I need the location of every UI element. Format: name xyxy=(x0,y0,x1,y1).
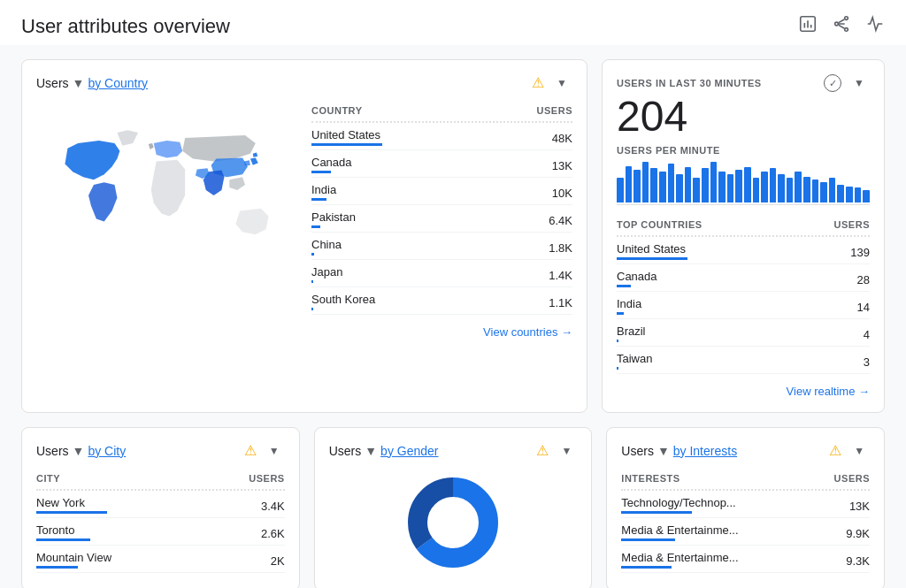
map-card-header: Users ▼ by Country ⚠ ▼ xyxy=(36,74,572,91)
country-bar xyxy=(311,143,382,146)
gender-dropdown-icon[interactable]: ▼ xyxy=(365,444,377,458)
top-country-name: United States xyxy=(617,242,687,256)
top-countries-col: TOP COUNTRIES xyxy=(617,219,703,230)
interests-card-title: Users ▼ by Interests xyxy=(621,444,737,458)
realtime-more-btn[interactable]: ▼ xyxy=(848,75,870,91)
view-countries-link[interactable]: View countries → xyxy=(311,325,572,339)
main-content: Users ▼ by Country ⚠ ▼ xyxy=(0,45,906,588)
realtime-header: USERS IN LAST 30 MINUTES ✓ ▼ xyxy=(617,74,870,92)
donut-chart xyxy=(329,470,578,576)
top-country-bar xyxy=(617,257,687,260)
interest-name: Media & Entertainme... xyxy=(621,523,738,537)
world-map xyxy=(36,102,297,339)
bar-item xyxy=(642,162,649,202)
per-minute-label: USERS PER MINUTE xyxy=(617,145,870,156)
realtime-actions: ✓ ▼ xyxy=(824,74,870,92)
map-title-link[interactable]: by Country xyxy=(88,76,148,90)
country-bar xyxy=(311,225,320,228)
table-row[interactable]: Brazil 4 xyxy=(617,319,870,347)
gender-card-header: Users ▼ by Gender ⚠ ▼ xyxy=(329,442,578,459)
bar-item xyxy=(633,170,641,202)
user-count: 204 xyxy=(617,95,870,138)
city-users-col: USERS xyxy=(249,473,284,484)
realtime-card: USERS IN LAST 30 MINUTES ✓ ▼ 204 USERS P… xyxy=(602,59,885,413)
interests-table-header: INTERESTS USERS xyxy=(621,470,870,491)
city-users: 3.4K xyxy=(261,500,285,513)
interests-more-btn[interactable]: ▼ xyxy=(848,443,870,459)
interest-users: 13K xyxy=(849,500,870,513)
table-row[interactable]: Japan 1.4K xyxy=(311,260,572,287)
gender-title-link[interactable]: by Gender xyxy=(380,444,438,458)
gender-card: Users ▼ by Gender ⚠ ▼ xyxy=(314,427,593,588)
svg-point-2 xyxy=(835,22,839,26)
map-content: COUNTRY USERS United States 48K Canada 1… xyxy=(36,102,572,339)
top-country-users: 14 xyxy=(857,301,870,314)
city-title-link[interactable]: by City xyxy=(88,444,126,458)
bar-item xyxy=(710,162,718,202)
bar-item xyxy=(702,168,709,202)
bar-item xyxy=(761,172,768,202)
table-row[interactable]: United States 139 xyxy=(617,237,870,264)
table-row[interactable]: New York 3.4K xyxy=(36,491,285,518)
view-realtime-link[interactable]: View realtime → xyxy=(617,385,870,398)
city-title-prefix: Users xyxy=(36,444,69,458)
interests-card-header: Users ▼ by Interests ⚠ ▼ xyxy=(621,442,870,459)
map-card-actions: ⚠ ▼ xyxy=(532,74,572,91)
country-rows: United States 48K Canada 13K India 10K P… xyxy=(311,123,572,315)
dropdown-arrow-icon[interactable]: ▼ xyxy=(73,76,85,90)
share-icon[interactable] xyxy=(832,14,851,38)
header-actions xyxy=(798,14,885,38)
chart-icon[interactable] xyxy=(798,14,818,38)
table-row[interactable]: Media & Entertainme... 9.9K xyxy=(621,518,870,546)
city-name: Mountain View xyxy=(36,551,111,564)
city-name: Toronto xyxy=(36,523,90,537)
bar-item xyxy=(744,167,751,202)
table-row[interactable]: Taiwan 3 xyxy=(617,347,870,374)
users-in-30-label: USERS IN LAST 30 MINUTES xyxy=(617,78,762,88)
table-row[interactable]: India 10K xyxy=(311,178,572,205)
country-users: 1.1K xyxy=(549,296,572,309)
top-country-name: Canada xyxy=(617,270,657,283)
city-more-btn[interactable]: ▼ xyxy=(264,443,285,459)
top-country-bar xyxy=(617,312,624,315)
interests-title-link[interactable]: by Interests xyxy=(673,444,737,458)
country-name: South Korea xyxy=(311,293,375,306)
interests-dropdown-icon[interactable]: ▼ xyxy=(657,444,670,458)
bar-item xyxy=(626,166,633,202)
table-row[interactable]: Media & Entertainme... 9.3K xyxy=(621,546,870,573)
country-table: COUNTRY USERS United States 48K Canada 1… xyxy=(311,102,572,339)
country-users: 13K xyxy=(552,159,572,172)
activity-icon[interactable] xyxy=(865,14,885,38)
interests-card-actions: ⚠ ▼ xyxy=(829,442,870,459)
table-row[interactable]: Mountain View 2K xyxy=(36,546,285,573)
check-icon: ✓ xyxy=(824,74,841,92)
country-bar xyxy=(311,280,313,283)
table-row[interactable]: Canada 28 xyxy=(617,264,870,292)
table-row[interactable]: South Korea 1.1K xyxy=(311,287,572,315)
table-row[interactable]: Canada 13K xyxy=(311,150,572,178)
table-row[interactable]: China 1.8K xyxy=(311,233,572,260)
users-col-label: USERS xyxy=(537,105,572,116)
bar-item xyxy=(617,178,624,202)
interests-rows: Technology/Technop... 13K Media & Entert… xyxy=(621,491,870,573)
bar-item xyxy=(820,182,827,202)
country-name: Japan xyxy=(311,265,342,279)
table-row[interactable]: Technology/Technop... 13K xyxy=(621,491,870,518)
table-row[interactable]: Toronto 2.6K xyxy=(36,518,285,546)
map-more-btn[interactable]: ▼ xyxy=(551,75,572,91)
city-dropdown-icon[interactable]: ▼ xyxy=(73,444,85,458)
gender-more-btn[interactable]: ▼ xyxy=(556,443,577,459)
country-name: Canada xyxy=(311,156,352,169)
interests-card: Users ▼ by Interests ⚠ ▼ INTERESTS USERS… xyxy=(606,427,885,588)
bar-item xyxy=(846,187,853,202)
top-country-bar xyxy=(617,367,618,370)
table-row[interactable]: India 14 xyxy=(617,292,870,319)
country-users: 1.8K xyxy=(549,241,572,255)
city-bar xyxy=(36,511,107,514)
top-country-bar xyxy=(617,285,631,287)
country-col-label: COUNTRY xyxy=(311,105,362,116)
table-row[interactable]: United States 48K xyxy=(311,123,572,150)
city-bar xyxy=(36,538,90,541)
bar-item xyxy=(676,174,683,202)
table-row[interactable]: Pakistan 6.4K xyxy=(311,205,572,233)
